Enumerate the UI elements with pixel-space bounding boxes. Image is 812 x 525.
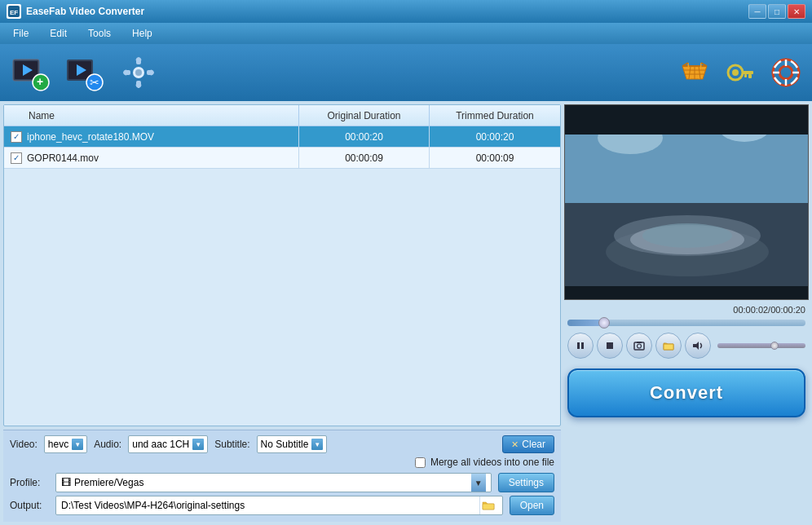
svg-rect-54 [565, 286, 809, 300]
screenshot-button[interactable] [626, 333, 652, 359]
audio-dropdown-arrow: ▼ [192, 439, 204, 450]
minimize-button[interactable]: ─ [748, 4, 766, 19]
svg-point-52 [642, 223, 732, 248]
svg-point-47 [720, 117, 769, 142]
audio-label: Audio: [94, 439, 121, 450]
col-original-duration: Original Duration [299, 105, 430, 126]
edit-video-button[interactable]: ✂ [62, 50, 108, 95]
menu-bar: File Edit Tools Help [0, 23, 812, 44]
file-list-body: iphone_hevc_rotate180.MOV 00:00:20 00:00… [4, 126, 560, 426]
main-area: Name Original Duration Trimmed Duration … [0, 101, 812, 525]
svg-text:✂: ✂ [90, 76, 99, 89]
volume-slider[interactable] [717, 343, 805, 348]
playback-controls [564, 331, 809, 360]
app-title: EaseFab Video Converter [26, 6, 744, 17]
time-display: 00:00:02/00:00:20 [564, 303, 809, 315]
format-row: Video: hevc ▼ Audio: und aac 1CH ▼ Subti… [10, 435, 554, 453]
svg-rect-44 [483, 504, 494, 510]
table-header: Name Original Duration Trimmed Duration [4, 105, 560, 126]
buy-button[interactable] [677, 55, 713, 90]
maximize-button[interactable]: □ [768, 4, 786, 19]
menu-edit[interactable]: Edit [40, 25, 77, 42]
output-value: D:\Test Videos\MP4-H264\original-setting… [61, 500, 479, 511]
subtitle-value: No Subtitle [261, 439, 309, 450]
register-button[interactable] [722, 55, 758, 90]
file-checkbox[interactable] [11, 131, 22, 143]
profile-value: Premiere/Vegas [74, 477, 471, 488]
svg-rect-56 [581, 342, 584, 349]
subtitle-select[interactable]: No Subtitle ▼ [257, 435, 328, 453]
menu-help[interactable]: Help [122, 25, 162, 42]
svg-point-59 [638, 344, 642, 348]
table-row[interactable]: GOPR0144.mov 00:00:09 00:00:09 [4, 148, 560, 169]
subtitle-label: Subtitle: [214, 439, 249, 450]
help-button[interactable] [768, 55, 804, 90]
preview-panel: 00:00:02/00:00:20 [564, 104, 809, 522]
volume-knob[interactable] [770, 342, 779, 350]
video-select[interactable]: hevc ▼ [44, 435, 87, 453]
add-video-button[interactable]: + [8, 50, 54, 95]
stop-button[interactable] [597, 333, 623, 359]
settings-button[interactable] [116, 50, 161, 95]
svg-point-46 [598, 121, 663, 154]
profile-select[interactable]: 🎞 Premiere/Vegas ▼ [55, 473, 492, 492]
profile-row: Profile: 🎞 Premiere/Vegas ▼ Settings [10, 473, 554, 492]
svg-text:EF: EF [10, 9, 18, 16]
original-duration-cell: 00:00:20 [299, 126, 430, 147]
audio-value: und aac 1CH [132, 439, 189, 450]
trimmed-duration-cell: 00:00:09 [430, 148, 560, 168]
svg-rect-60 [637, 342, 642, 343]
video-label: Video: [10, 439, 38, 450]
col-name: Name [4, 105, 299, 126]
merge-checkbox[interactable] [415, 457, 426, 468]
title-bar: EF EaseFab Video Converter ─ □ ✕ [0, 0, 812, 23]
lower-section: Video: hevc ▼ Audio: und aac 1CH ▼ Subti… [3, 430, 561, 522]
menu-file[interactable]: File [3, 25, 38, 42]
svg-point-15 [135, 69, 142, 76]
open-folder-button[interactable]: Open [510, 496, 554, 515]
file-name: iphone_hevc_rotate180.MOV [27, 131, 154, 143]
profile-dropdown-arrow: ▼ [471, 474, 486, 492]
svg-point-39 [779, 66, 792, 79]
svg-rect-53 [565, 105, 809, 120]
file-name-cell: iphone_hevc_rotate180.MOV [4, 126, 299, 147]
file-list-panel: Name Original Duration Trimmed Duration … [3, 104, 561, 426]
original-duration-cell: 00:00:09 [299, 148, 430, 168]
menu-tools[interactable]: Tools [78, 25, 121, 42]
close-button[interactable]: ✕ [788, 4, 805, 19]
file-checkbox[interactable] [11, 152, 22, 164]
seek-bar-container[interactable] [564, 318, 809, 328]
svg-marker-62 [693, 342, 699, 350]
toolbar-right [677, 55, 804, 90]
table-row[interactable]: iphone_hevc_rotate180.MOV 00:00:20 00:00… [4, 126, 560, 148]
svg-text:+: + [37, 75, 43, 88]
svg-rect-35 [742, 71, 753, 74]
open-file-button[interactable] [655, 333, 682, 359]
output-row: Output: D:\Test Videos\MP4-H264\original… [10, 496, 554, 515]
clear-button[interactable]: ✕ Clear [502, 435, 554, 453]
seek-bar[interactable] [567, 320, 805, 326]
pause-button[interactable] [567, 333, 594, 359]
svg-rect-55 [577, 342, 580, 349]
file-name: GOPR0144.mov [27, 152, 99, 164]
volume-button[interactable] [685, 333, 711, 359]
audio-select[interactable]: und aac 1CH ▼ [128, 435, 208, 453]
svg-rect-57 [607, 342, 613, 349]
merge-label: Merge all videos into one file [430, 457, 554, 468]
convert-button[interactable]: Convert [567, 368, 805, 417]
output-path[interactable]: D:\Test Videos\MP4-H264\original-setting… [55, 496, 503, 515]
file-name-cell: GOPR0144.mov [4, 148, 299, 168]
settings-button-profile[interactable]: Settings [498, 473, 554, 492]
svg-rect-58 [634, 342, 644, 350]
output-label: Output: [10, 500, 49, 511]
seek-knob[interactable] [598, 317, 610, 329]
merge-row: Merge all videos into one file [10, 457, 554, 468]
video-dropdown-arrow: ▼ [72, 439, 83, 450]
video-preview [564, 104, 809, 300]
svg-rect-37 [744, 74, 747, 77]
profile-icon: 🎞 [61, 477, 71, 488]
svg-rect-45 [565, 105, 809, 203]
svg-rect-36 [748, 74, 752, 78]
svg-rect-61 [664, 344, 673, 350]
subtitle-dropdown-arrow: ▼ [311, 439, 323, 450]
